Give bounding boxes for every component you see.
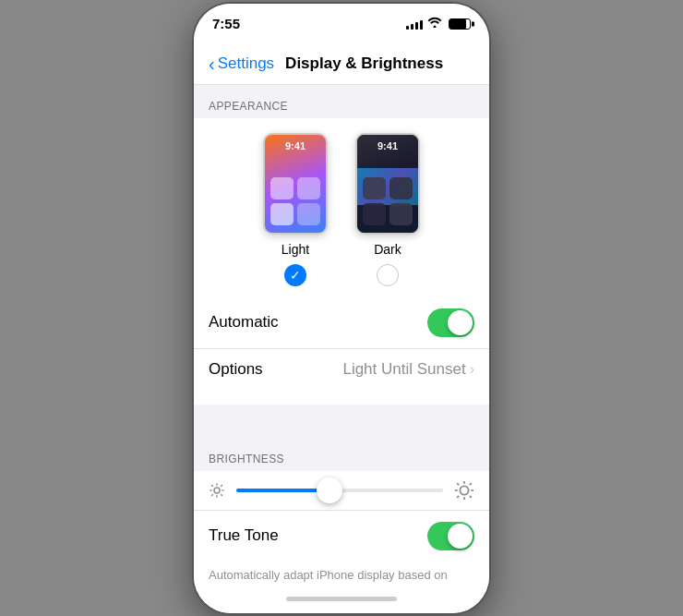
svg-line-7 <box>211 494 213 496</box>
back-label: Settings <box>218 54 274 73</box>
svg-line-8 <box>221 485 222 487</box>
svg-line-6 <box>221 494 222 496</box>
dark-mode-apps <box>363 177 413 225</box>
options-chevron-icon: › <box>470 361 474 378</box>
signal-icon <box>406 18 423 30</box>
options-value: Light Until Sunset › <box>342 360 474 379</box>
brightness-slider[interactable] <box>236 489 443 492</box>
brightness-section-header: BRIGHTNESS <box>194 438 489 471</box>
light-mode-radio[interactable]: ✓ <box>284 264 306 286</box>
dark-mode-mockup: 9:41 <box>355 133 420 235</box>
status-bar: 7:55 <box>194 4 489 44</box>
svg-line-14 <box>457 483 459 485</box>
phone-frame: 7:55 ‹ Settings <box>194 4 489 613</box>
dark-mode-radio[interactable] <box>377 264 399 286</box>
true-tone-description: Automatically adapt iPhone display based… <box>194 562 489 586</box>
light-mode-time: 9:41 <box>265 140 326 151</box>
svg-line-16 <box>457 495 459 497</box>
page-title: Display & Brightness <box>285 54 443 73</box>
dark-mode-time: 9:41 <box>357 140 418 151</box>
brightness-slider-row <box>194 471 489 511</box>
chevron-left-icon: ‹ <box>209 54 215 73</box>
sun-large-icon <box>454 480 474 501</box>
options-label: Options <box>209 360 263 379</box>
home-bar <box>286 597 397 601</box>
light-mode-apps <box>270 177 320 225</box>
home-indicator <box>194 586 489 613</box>
battery-icon <box>449 18 471 30</box>
back-button[interactable]: ‹ Settings <box>209 54 274 73</box>
automatic-label: Automatic <box>209 313 279 332</box>
options-row[interactable]: Options Light Until Sunset › <box>194 348 489 390</box>
dark-mode-option[interactable]: 9:41 Dark <box>355 133 420 286</box>
appearance-section-header: APPEARANCE <box>194 85 489 118</box>
automatic-row[interactable]: Automatic <box>194 297 489 348</box>
section-separator-1 <box>194 405 489 438</box>
brightness-card: True Tone Automatically adapt iPhone dis… <box>194 471 489 586</box>
svg-line-15 <box>470 495 472 497</box>
true-tone-row[interactable]: True Tone <box>194 511 489 562</box>
status-time: 7:55 <box>212 16 240 31</box>
true-tone-toggle[interactable] <box>427 522 474 550</box>
nav-bar: ‹ Settings Display & Brightness <box>194 44 489 85</box>
appearance-options: 9:41 Light ✓ <box>194 133 489 297</box>
light-mode-option[interactable]: 9:41 Light ✓ <box>263 133 328 286</box>
light-mode-label: Light <box>282 242 309 257</box>
automatic-toggle[interactable] <box>427 308 474 337</box>
true-tone-label: True Tone <box>209 526 279 545</box>
dark-mode-label: Dark <box>374 242 401 257</box>
svg-line-5 <box>211 485 213 487</box>
wifi-icon <box>427 17 442 30</box>
content-scroll[interactable]: APPEARANCE 9:41 Light ✓ <box>194 85 489 586</box>
svg-point-0 <box>214 488 220 493</box>
svg-line-17 <box>470 483 472 485</box>
light-mode-mockup: 9:41 <box>263 133 328 235</box>
appearance-card: 9:41 Light ✓ <box>194 118 489 405</box>
svg-point-9 <box>460 486 468 494</box>
status-icons <box>406 17 471 30</box>
sun-small-icon <box>209 482 225 499</box>
